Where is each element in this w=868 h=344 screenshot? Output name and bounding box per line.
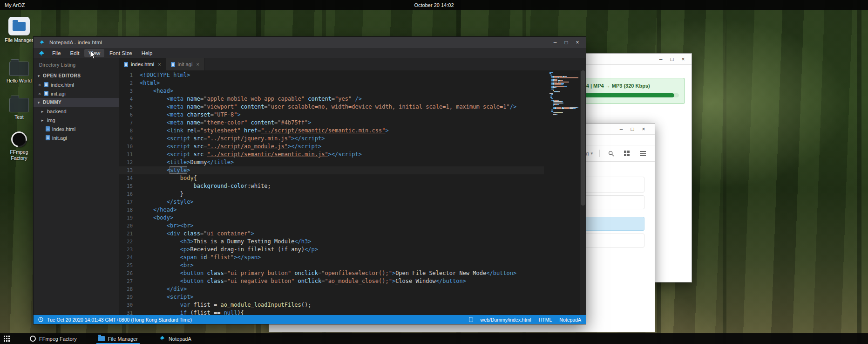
code-line[interactable]: 11 <script src="../script/semantic/seman…	[119, 151, 544, 158]
status-app-name: NotepadA	[559, 317, 581, 323]
code-line[interactable]: 16 }	[119, 190, 544, 198]
start-menu-icon[interactable]	[0, 336, 13, 342]
search-icon[interactable]	[606, 149, 616, 158]
code-line[interactable]: 22 <h3>This is a Dummy Testing Module</h…	[119, 238, 544, 246]
code-line[interactable]: 9 <script src="../script/jquery.min.js">…	[119, 135, 544, 143]
close-icon[interactable]: ×	[37, 82, 42, 88]
file-icon	[124, 62, 128, 67]
scrollbar-thumb[interactable]	[581, 70, 585, 206]
close-icon[interactable]: ×	[638, 126, 649, 132]
menu-font-size[interactable]: Font Size	[105, 49, 136, 57]
aroz-menu-button[interactable]: My ArOZ	[5, 2, 25, 8]
close-icon[interactable]: ×	[572, 39, 583, 46]
code-line[interactable]: 27 <button class="ui negative button" on…	[119, 277, 544, 285]
tree-file-init-agi[interactable]: init.agi	[34, 133, 119, 142]
desktop-icon-test[interactable]: Test	[4, 95, 34, 120]
code-line[interactable]: 8 <link rel="stylesheet" href="../script…	[119, 127, 544, 135]
desktop-icon-ffmpeg-factory[interactable]: FFmpeg Factory	[4, 131, 34, 161]
code-line[interactable]: 19 <body>	[119, 214, 544, 222]
desktop-icon-label: Hello World	[7, 78, 32, 84]
desktop-icon-label: FFmpeg Factory	[4, 149, 34, 161]
code-line[interactable]: 24 <span id="flist"></span>	[119, 254, 544, 261]
tree-folder-img[interactable]: ▸ img	[34, 116, 119, 124]
code-line[interactable]: 31 if (flist == null){	[119, 309, 544, 315]
desktop-icon-file-manager[interactable]: File Manager	[4, 17, 34, 43]
minimize-icon[interactable]: –	[616, 126, 627, 132]
desktop-icon-hello-world[interactable]: Hello World	[4, 59, 34, 84]
code-line[interactable]: 14 body{	[119, 174, 544, 182]
top-bar: My ArOZ October 20 14:02	[0, 0, 868, 10]
taskbar-item-notepada[interactable]: NotepadA	[155, 333, 196, 344]
status-file-path[interactable]: web/Dummy/index.html	[481, 317, 531, 323]
code-line[interactable]: 29 <script>	[119, 293, 544, 301]
code-line[interactable]: 13 <style>	[119, 166, 544, 174]
code-line[interactable]: 28 </div>	[119, 285, 544, 293]
code-line[interactable]: 4 <meta name="apple-mobile-web-app-capab…	[119, 95, 544, 103]
file-icon	[46, 135, 50, 140]
code-line[interactable]: 17 </style>	[119, 198, 544, 206]
tab-index-html[interactable]: index.html ×	[119, 58, 166, 70]
toolbar-divider	[599, 150, 600, 157]
minimize-icon[interactable]: –	[655, 56, 666, 62]
menu-help[interactable]: Help	[137, 49, 157, 57]
tree-folder-backend[interactable]: ▸ backend	[34, 107, 119, 116]
sidebar: Directory Listing ▾ OPEN EDITORS × index…	[34, 58, 119, 315]
maximize-icon[interactable]: □	[666, 56, 678, 62]
code-line[interactable]: 6 <meta charset="UTF-8">	[119, 111, 544, 119]
code-line[interactable]: 25 <br>	[119, 261, 544, 269]
code-line[interactable]: 30 var flist = ao_module_loadInputFiles(…	[119, 301, 544, 309]
code-line[interactable]: 7 <meta name="theme-color" content="#4b7…	[119, 119, 544, 127]
close-icon[interactable]: ×	[158, 62, 161, 67]
code-editor[interactable]: 1<!DOCTYPE html>2<html>3 <head>4 <meta n…	[119, 70, 586, 315]
code-line[interactable]: 10 <script src="../script/ao_module.js">…	[119, 143, 544, 151]
status-language[interactable]: HTML	[539, 317, 552, 323]
code-line[interactable]: 21 <div class="ui container">	[119, 230, 544, 238]
open-editor-init-agi[interactable]: × init.agi	[34, 89, 119, 98]
desktop-icon-label: File Manager	[5, 37, 33, 43]
mouse-cursor	[90, 50, 96, 60]
code-line[interactable]: 15 background-color:white;	[119, 182, 544, 190]
status-bar: Tue Oct 20 2020 14:01:43 GMT+0800 (Hong …	[34, 315, 586, 324]
scrollbar[interactable]	[580, 70, 586, 315]
taskbar-item-file-manager[interactable]: File Manager	[94, 333, 142, 344]
section-dummy[interactable]: ▾ DUMMY	[34, 98, 119, 107]
code-line[interactable]: 23 <p>Received drag-in filelist (if any)…	[119, 246, 544, 254]
tab-init-agi[interactable]: init.agi ×	[166, 58, 204, 70]
maximize-icon[interactable]: □	[561, 39, 572, 46]
close-icon[interactable]: ×	[37, 91, 42, 96]
notepada-logo-icon	[38, 50, 45, 57]
code-line[interactable]: 26 <button class="ui primary button" onc…	[119, 269, 544, 277]
open-editor-index-html[interactable]: × index.html	[34, 80, 119, 89]
clock-icon	[38, 317, 43, 322]
code-line[interactable]: 1<!DOCTYPE html>	[119, 71, 544, 79]
window-title: NotepadA - index.html	[49, 40, 102, 45]
ffmpeg-factory-icon	[30, 336, 36, 342]
menu-edit[interactable]: Edit	[66, 49, 84, 57]
code-line[interactable]: 18 </head>	[119, 206, 544, 214]
list-view-icon[interactable]	[638, 149, 647, 158]
ffmpeg-factory-icon	[8, 128, 30, 150]
status-datetime: Tue Oct 20 2020 14:01:43 GMT+0800 (Hong …	[47, 317, 192, 323]
code-line[interactable]: 12 <title>Dummy</title>	[119, 158, 544, 166]
menu-bar: File Edit View Font Size Help	[34, 48, 586, 58]
code-lines[interactable]: 1<!DOCTYPE html>2<html>3 <head>4 <meta n…	[119, 70, 544, 315]
maximize-icon[interactable]: □	[627, 126, 638, 132]
file-icon	[44, 91, 48, 96]
close-icon[interactable]: ×	[196, 62, 199, 67]
folder-icon	[9, 62, 29, 76]
menu-file[interactable]: File	[48, 49, 65, 57]
close-icon[interactable]: ×	[678, 56, 689, 62]
code-line[interactable]: 3 <head>	[119, 87, 544, 95]
grid-view-icon[interactable]	[622, 149, 631, 158]
code-line[interactable]: 5 <meta name="viewport" content="user-sc…	[119, 103, 544, 111]
taskbar-item-ffmpeg-factory[interactable]: FFmpeg Factory	[25, 333, 81, 344]
tree-file-index-html[interactable]: index.html	[34, 124, 119, 133]
minimize-icon[interactable]: –	[549, 39, 561, 46]
code-line[interactable]: 2<html>	[119, 79, 544, 87]
notepada-window[interactable]: NotepadA - index.html – □ × File Edit Vi…	[33, 36, 586, 324]
section-open-editors[interactable]: ▾ OPEN EDITORS	[34, 71, 119, 80]
desktop-icon-label: Test	[14, 114, 23, 120]
code-line[interactable]: 20 <br><br>	[119, 222, 544, 230]
minimap[interactable]	[549, 72, 578, 115]
editor-titlebar[interactable]: NotepadA - index.html – □ ×	[34, 37, 586, 48]
